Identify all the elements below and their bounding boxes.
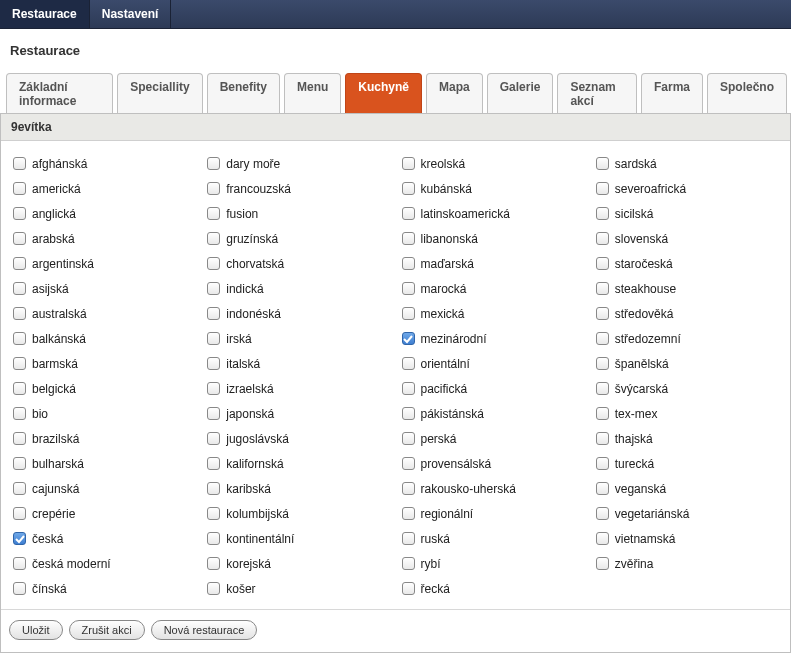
cuisine-label[interactable]: balkánská [32, 332, 86, 346]
cuisine-checkbox[interactable] [402, 407, 415, 420]
cuisine-label[interactable]: barmská [32, 357, 78, 371]
cuisine-checkbox[interactable] [13, 157, 26, 170]
cuisine-checkbox[interactable] [596, 557, 609, 570]
cuisine-checkbox[interactable] [402, 507, 415, 520]
cuisine-label[interactable]: ruská [421, 532, 450, 546]
tab-kuchyne[interactable]: Kuchyně [345, 73, 422, 114]
cuisine-label[interactable]: česká moderní [32, 557, 111, 571]
cuisine-label[interactable]: švýcarská [615, 382, 668, 396]
cuisine-label[interactable]: crepérie [32, 507, 75, 521]
cuisine-label[interactable]: mexická [421, 307, 465, 321]
cuisine-label[interactable]: fusion [226, 207, 258, 221]
cuisine-label[interactable]: karibská [226, 482, 271, 496]
cuisine-label[interactable]: orientální [421, 357, 470, 371]
cuisine-checkbox[interactable] [13, 432, 26, 445]
cuisine-checkbox[interactable] [596, 507, 609, 520]
cuisine-checkbox[interactable] [13, 532, 26, 545]
cuisine-label[interactable]: sicilská [615, 207, 654, 221]
cuisine-checkbox[interactable] [596, 482, 609, 495]
cuisine-label[interactable]: marocká [421, 282, 467, 296]
new-restaurant-button[interactable]: Nová restaurace [151, 620, 258, 640]
cuisine-label[interactable]: afghánská [32, 157, 87, 171]
cuisine-label[interactable]: rakousko-uherská [421, 482, 516, 496]
cuisine-label[interactable]: steakhouse [615, 282, 676, 296]
cuisine-checkbox[interactable] [207, 357, 220, 370]
cuisine-checkbox[interactable] [13, 382, 26, 395]
cuisine-checkbox[interactable] [402, 257, 415, 270]
cuisine-label[interactable]: zvěřina [615, 557, 654, 571]
tab-benefity[interactable]: Benefity [207, 73, 280, 114]
cuisine-label[interactable]: maďarská [421, 257, 474, 271]
cuisine-checkbox[interactable] [13, 582, 26, 595]
cuisine-label[interactable]: kalifornská [226, 457, 283, 471]
cuisine-checkbox[interactable] [207, 582, 220, 595]
cuisine-label[interactable]: česká [32, 532, 63, 546]
cuisine-checkbox[interactable] [207, 507, 220, 520]
cuisine-label[interactable]: turecká [615, 457, 654, 471]
cuisine-label[interactable]: kontinentální [226, 532, 294, 546]
cuisine-label[interactable]: středozemní [615, 332, 681, 346]
cuisine-checkbox[interactable] [596, 457, 609, 470]
cuisine-label[interactable]: latinskoamerická [421, 207, 510, 221]
cuisine-label[interactable]: chorvatská [226, 257, 284, 271]
cuisine-label[interactable]: jugoslávská [226, 432, 289, 446]
cuisine-checkbox[interactable] [402, 307, 415, 320]
tab-zakladni-informace[interactable]: Základní informace [6, 73, 113, 114]
cuisine-label[interactable]: australská [32, 307, 87, 321]
cuisine-checkbox[interactable] [13, 457, 26, 470]
cuisine-label[interactable]: slovenská [615, 232, 668, 246]
cuisine-checkbox[interactable] [13, 282, 26, 295]
cuisine-checkbox[interactable] [13, 182, 26, 195]
cuisine-label[interactable]: severoafrická [615, 182, 686, 196]
cuisine-label[interactable]: kubánská [421, 182, 472, 196]
cuisine-checkbox[interactable] [402, 582, 415, 595]
cuisine-checkbox[interactable] [13, 257, 26, 270]
cuisine-checkbox[interactable] [596, 382, 609, 395]
tab-speciallity[interactable]: Speciallity [117, 73, 202, 114]
cuisine-label[interactable]: bio [32, 407, 48, 421]
tab-menu[interactable]: Menu [284, 73, 341, 114]
cuisine-label[interactable]: vegetariánská [615, 507, 690, 521]
cuisine-checkbox[interactable] [596, 532, 609, 545]
cuisine-checkbox[interactable] [402, 157, 415, 170]
cuisine-label[interactable]: anglická [32, 207, 76, 221]
cuisine-label[interactable]: rybí [421, 557, 441, 571]
save-button[interactable]: Uložit [9, 620, 63, 640]
cuisine-checkbox[interactable] [596, 157, 609, 170]
cuisine-checkbox[interactable] [13, 557, 26, 570]
cuisine-label[interactable]: libanonská [421, 232, 478, 246]
cuisine-checkbox[interactable] [402, 282, 415, 295]
cuisine-checkbox[interactable] [596, 257, 609, 270]
cuisine-checkbox[interactable] [207, 407, 220, 420]
cuisine-label[interactable]: francouzská [226, 182, 291, 196]
tab-mapa[interactable]: Mapa [426, 73, 483, 114]
cuisine-checkbox[interactable] [207, 432, 220, 445]
cuisine-label[interactable]: mezinárodní [421, 332, 487, 346]
cuisine-label[interactable]: tex-mex [615, 407, 658, 421]
cuisine-label[interactable]: arabská [32, 232, 75, 246]
cuisine-checkbox[interactable] [402, 382, 415, 395]
cuisine-label[interactable]: kreolská [421, 157, 466, 171]
cuisine-checkbox[interactable] [207, 482, 220, 495]
cuisine-checkbox[interactable] [13, 307, 26, 320]
cuisine-checkbox[interactable] [402, 482, 415, 495]
cuisine-checkbox[interactable] [596, 357, 609, 370]
cuisine-checkbox[interactable] [402, 557, 415, 570]
topnav-restaurace[interactable]: Restaurace [0, 0, 90, 28]
cuisine-label[interactable]: staročeská [615, 257, 673, 271]
cuisine-checkbox[interactable] [596, 432, 609, 445]
cuisine-label[interactable]: cajunská [32, 482, 79, 496]
cuisine-checkbox[interactable] [596, 282, 609, 295]
cuisine-checkbox[interactable] [596, 182, 609, 195]
cuisine-checkbox[interactable] [402, 332, 415, 345]
cuisine-checkbox[interactable] [13, 407, 26, 420]
cuisine-checkbox[interactable] [13, 482, 26, 495]
cuisine-checkbox[interactable] [207, 557, 220, 570]
cuisine-label[interactable]: japonská [226, 407, 274, 421]
cuisine-label[interactable]: italská [226, 357, 260, 371]
cuisine-label[interactable]: pacifická [421, 382, 468, 396]
cuisine-checkbox[interactable] [207, 532, 220, 545]
cuisine-checkbox[interactable] [207, 282, 220, 295]
cuisine-checkbox[interactable] [402, 357, 415, 370]
cuisine-label[interactable]: čínská [32, 582, 67, 596]
